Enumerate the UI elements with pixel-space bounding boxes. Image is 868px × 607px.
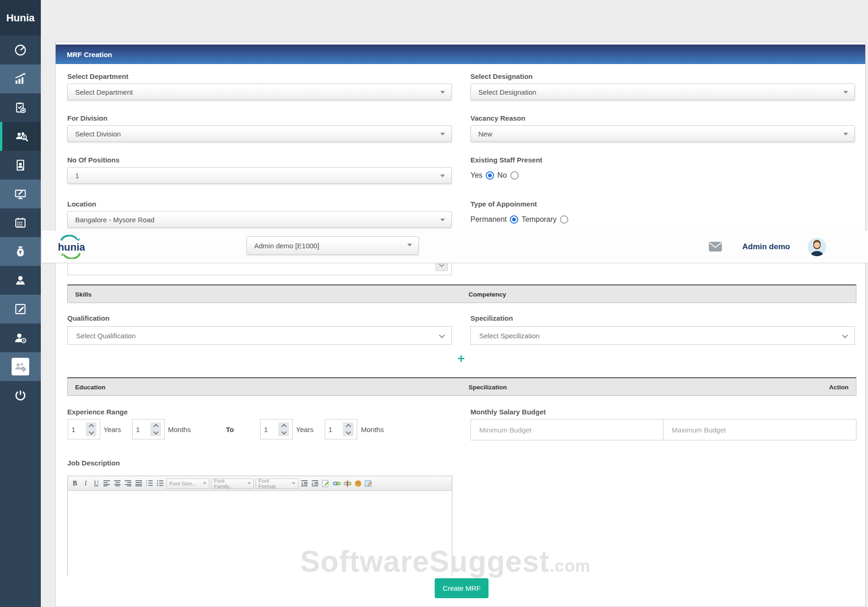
location-select[interactable]: Bangalore - Mysore Road: [67, 211, 452, 228]
recruitment-search-icon: [15, 130, 29, 143]
experience-to-separator: To: [226, 426, 234, 433]
app-topbar: hunia Admin demo [E1000] Admin demo: [42, 231, 868, 263]
sidebar-item-analytics[interactable]: [0, 65, 41, 93]
mrf-creation-screen: MRF Creation Select Department Select De…: [0, 0, 868, 607]
existing-staff-yes-label: Yes: [470, 171, 482, 180]
employee-icon: [14, 274, 27, 287]
stepper-arrows[interactable]: [278, 422, 289, 436]
vacancy-reason-select-value: New: [478, 130, 492, 138]
ordered-list-button[interactable]: [145, 478, 154, 489]
specilization-label: Specilization: [470, 314, 513, 322]
sidebar-item-notices[interactable]: [0, 151, 41, 180]
add-row-button[interactable]: +: [457, 352, 465, 366]
location-label: Location: [67, 200, 96, 208]
dropdown-caret-icon: [407, 244, 412, 246]
stepper-arrows[interactable]: [150, 422, 161, 436]
dropdown-caret-icon: [843, 91, 848, 94]
unordered-list-button[interactable]: [156, 478, 165, 489]
edit-html-button[interactable]: [321, 478, 330, 489]
sidebar-item-user-time[interactable]: [0, 323, 41, 352]
underline-button[interactable]: U: [92, 478, 101, 489]
insert-link-button[interactable]: [332, 478, 341, 489]
specilization-select[interactable]: Select Specilization: [470, 326, 855, 345]
sidebar-item-logout[interactable]: [0, 381, 41, 410]
sidebar-item-calendar[interactable]: [0, 208, 41, 237]
appointment-permanent-radio[interactable]: [510, 215, 518, 224]
hunia-logo: hunia: [53, 235, 90, 259]
stepper-value: 1: [264, 426, 268, 433]
user-name[interactable]: Admin demo: [742, 242, 790, 252]
months-unit-label: Months: [361, 426, 384, 433]
job-description-editor: B I U Font Size... Font Family.. Font Fo…: [67, 476, 452, 576]
years-unit-label: Years: [296, 426, 314, 433]
years-unit-label: Years: [103, 426, 121, 433]
font-size-select[interactable]: Font Size...: [167, 478, 209, 489]
division-select-value: Select Division: [75, 130, 121, 138]
skills-column-header: Skills: [75, 291, 91, 298]
sidebar-brand: Hunia: [0, 0, 41, 36]
font-format-select[interactable]: Font Format.: [256, 478, 298, 489]
existing-staff-label: Existing Staff Present: [470, 156, 542, 164]
create-mrf-button[interactable]: Create MRF: [435, 578, 489, 598]
align-justify-button[interactable]: [135, 478, 143, 489]
mail-icon[interactable]: [708, 241, 722, 254]
bold-button[interactable]: B: [71, 478, 79, 489]
experience-to-years-stepper[interactable]: 1: [260, 419, 293, 439]
align-right-button[interactable]: [124, 478, 133, 489]
indent-button[interactable]: [311, 478, 320, 489]
dropdown-caret-icon: [843, 133, 848, 136]
existing-staff-no-radio[interactable]: [510, 171, 519, 180]
experience-to-months-stepper[interactable]: 1: [325, 419, 357, 439]
maximum-budget-input[interactable]: [663, 419, 856, 440]
designation-select[interactable]: Select Designation: [470, 84, 855, 100]
watermark-suffix: .com: [550, 556, 591, 575]
outdent-button[interactable]: [300, 478, 309, 489]
minimum-budget-input[interactable]: [470, 419, 663, 440]
job-description-textarea[interactable]: [68, 491, 452, 576]
dropdown-caret-icon: [440, 219, 445, 221]
vacancy-reason-label: Vacancy Reason: [470, 114, 525, 122]
education-column-header: Education: [75, 384, 105, 391]
sidebar-item-monitor-edit[interactable]: [0, 180, 41, 208]
action-column-header: Action: [829, 384, 849, 391]
sidebar-item-tasks[interactable]: [0, 93, 41, 122]
location-select-value: Bangalore - Mysore Road: [75, 216, 154, 224]
experience-from-years-stepper[interactable]: 1: [68, 419, 100, 439]
qualification-select[interactable]: Select Qualification: [67, 326, 452, 345]
user-context-select[interactable]: Admin demo [E1000]: [246, 236, 419, 255]
stepper-arrows[interactable]: [86, 422, 96, 436]
sidebar-item-edit-form[interactable]: [0, 295, 41, 323]
salary-budget-label: Monthly Salary Budget: [470, 408, 546, 416]
align-left-button[interactable]: [103, 478, 111, 489]
vacancy-reason-select[interactable]: New: [470, 125, 855, 142]
experience-from-months-stepper[interactable]: 1: [132, 419, 165, 439]
department-select[interactable]: Select Department: [67, 84, 452, 100]
avatar[interactable]: [808, 238, 826, 256]
existing-staff-yes-radio[interactable]: [486, 171, 494, 180]
positions-select[interactable]: 1: [67, 167, 452, 184]
chevron-down-icon: [346, 429, 351, 434]
align-center-button[interactable]: [113, 478, 122, 489]
chevron-up-icon: [281, 424, 286, 429]
font-size-value: Font Size...: [169, 481, 196, 486]
qualification-select-value: Select Qualification: [76, 332, 135, 340]
italic-button[interactable]: I: [81, 478, 90, 489]
color-palette-button[interactable]: [354, 478, 362, 489]
division-select[interactable]: Select Division: [67, 125, 452, 142]
font-family-select[interactable]: Font Family..: [211, 478, 254, 489]
payroll-money-bag-icon: ₹: [14, 245, 27, 258]
positions-label: No Of Positions: [67, 156, 120, 164]
sidebar-item-recruitment[interactable]: [0, 122, 41, 151]
sidebar-item-dashboard[interactable]: [0, 36, 41, 65]
remove-link-button[interactable]: [343, 478, 352, 489]
sidebar-item-payroll[interactable]: ₹: [0, 237, 41, 266]
sidebar-item-employee[interactable]: [0, 266, 41, 295]
edit-image-button[interactable]: [364, 478, 373, 489]
dropdown-caret-icon: [440, 174, 445, 177]
skills-table-header: Skills Competency: [67, 284, 856, 303]
stepper-arrows[interactable]: [343, 422, 354, 436]
sidebar-item-team-settings[interactable]: [0, 352, 41, 381]
appointment-temporary-radio[interactable]: [560, 215, 568, 224]
document-person-icon: [14, 159, 27, 172]
font-family-value: Font Family..: [214, 478, 243, 489]
